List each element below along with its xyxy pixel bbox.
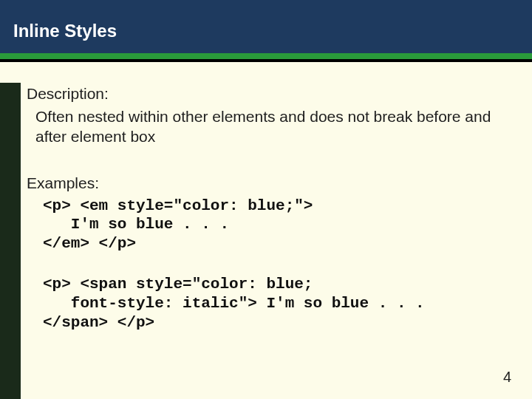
slide-content: Description: Often nested within other e… [0,62,532,332]
code-example-1: <p> <em style="color: blue;"> I'm so blu… [43,197,511,253]
description-text: Often nested within other elements and d… [35,107,511,147]
examples-label: Examples: [27,174,511,194]
left-edge-decoration [0,83,21,399]
description-label: Description: [27,84,511,104]
slide-title: Inline Styles [13,21,117,41]
code-example-2: <p> <span style="color: blue; font-style… [43,275,511,332]
slide-header: Inline Styles [0,0,532,53]
accent-bar-green [0,53,532,59]
page-number: 4 [503,369,511,386]
